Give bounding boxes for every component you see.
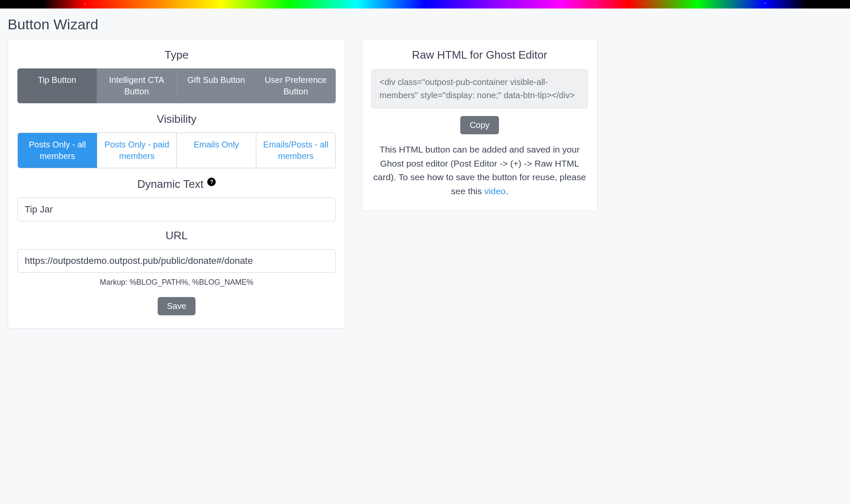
page-title: Button Wizard [8,16,594,33]
url-heading: URL [17,229,336,242]
type-option-user-pref-button[interactable]: User Preference Button [256,68,336,103]
visibility-option-emails-posts-all[interactable]: Emails/Posts - all members [256,133,335,168]
raw-html-code[interactable]: <div class="outpost-pub-container visibl… [371,69,588,108]
raw-html-description: This HTML button can be added and saved … [371,143,588,198]
wizard-card: Type Tip Button Intelligent CTA Button G… [8,39,346,328]
visibility-heading: Visibility [17,113,336,126]
save-button[interactable]: Save [158,297,196,315]
url-input[interactable] [17,249,336,273]
visibility-option-posts-paid[interactable]: Posts Only - paid members [97,133,177,168]
visibility-option-posts-all[interactable]: Posts Only - all members [18,133,97,168]
raw-html-heading: Raw HTML for Ghost Editor [371,48,588,62]
type-option-tip-button[interactable]: Tip Button [17,68,97,103]
type-heading: Type [17,48,336,62]
type-option-cta-button[interactable]: Intelligent CTA Button [97,68,176,103]
type-option-gift-sub-button[interactable]: Gift Sub Button [177,68,256,103]
type-button-group: Tip Button Intelligent CTA Button Gift S… [17,68,336,103]
video-link[interactable]: video [484,186,506,196]
copy-button[interactable]: Copy [460,116,499,134]
visibility-option-emails-only[interactable]: Emails Only [177,133,256,168]
header-banner [0,0,850,8]
dynamic-text-heading: Dynamic Text ? [137,178,216,191]
desc-post: . [506,186,508,196]
raw-html-card: Raw HTML for Ghost Editor <div class="ou… [362,39,598,211]
url-markup-hint: Markup: %BLOG_PATH%, %BLOG_NAME% [17,278,336,287]
visibility-button-group: Posts Only - all members Posts Only - pa… [17,133,336,168]
help-icon[interactable]: ? [207,178,216,186]
dynamic-text-input[interactable] [17,198,336,221]
desc-pre: This HTML button can be added and saved … [373,144,586,196]
dynamic-text-heading-label: Dynamic Text [137,178,204,190]
